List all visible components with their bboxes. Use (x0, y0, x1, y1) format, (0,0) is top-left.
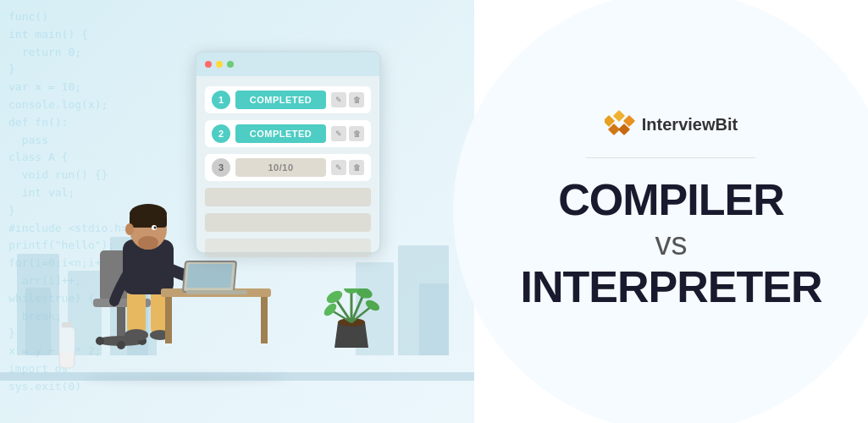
svg-rect-25 (186, 264, 232, 288)
svg-point-18 (125, 223, 134, 235)
empty-row-3 (205, 239, 371, 257)
brand-name-text: InterviewBit (642, 115, 738, 135)
svg-point-17 (154, 227, 157, 229)
empty-row-1 (205, 188, 371, 206)
empty-row-2 (205, 213, 371, 232)
svg-point-9 (124, 329, 148, 341)
svg-point-4 (96, 337, 104, 345)
svg-rect-21 (165, 297, 172, 343)
brand-logo: InterviewBit (605, 110, 738, 140)
title-interpreter: INTERPRETER (521, 262, 822, 313)
task-row-1: 1 COMPLETED ✎ 🗑 (205, 86, 371, 113)
title-vs: vs (655, 226, 687, 261)
right-panel: InterviewBit COMPILER vs INTERPRETER (474, 0, 868, 423)
title-compiler: COMPILER (521, 175, 822, 226)
svg-rect-26 (186, 290, 247, 294)
svg-rect-43 (613, 110, 625, 122)
svg-rect-7 (127, 288, 146, 335)
task-icons-2: ✎ 🗑 (331, 126, 364, 141)
window-body: 1 COMPLETED ✎ 🗑 2 COMPLETED ✎ 🗑 (196, 76, 379, 267)
window-titlebar (196, 52, 379, 76)
main-container: func() int main() { return 0; } var x = … (0, 0, 868, 423)
logo-diamond-icon (605, 110, 635, 140)
delete-icon-2[interactable]: 🗑 (349, 126, 364, 141)
close-dot (205, 61, 212, 68)
right-content: InterviewBit COMPILER vs INTERPRETER (504, 93, 839, 330)
task-number-3: 3 (212, 158, 230, 177)
svg-point-34 (324, 288, 344, 305)
edit-icon-1[interactable]: ✎ (331, 92, 346, 107)
svg-point-6 (117, 341, 125, 349)
brand-divider (586, 157, 755, 158)
task-status-1: COMPLETED (235, 91, 326, 109)
task-number-1: 1 (212, 91, 230, 109)
edit-icon-2[interactable]: ✎ (331, 126, 346, 141)
plant-decoration (318, 288, 385, 376)
minimize-dot (216, 61, 223, 68)
left-panel: func() int main() { return 0; } var x = … (0, 0, 474, 423)
svg-point-37 (322, 301, 339, 318)
main-title: COMPILER vs INTERPRETER (521, 175, 822, 313)
task-status-3: 10/10 (235, 158, 326, 177)
task-status-2: COMPLETED (235, 124, 326, 143)
task-row-2: 2 COMPLETED ✎ 🗑 (205, 120, 371, 147)
svg-rect-39 (62, 322, 72, 327)
task-icons-3: ✎ 🗑 (331, 160, 364, 175)
maximize-dot (227, 61, 234, 68)
svg-point-15 (138, 236, 158, 250)
task-icons-1: ✎ 🗑 (331, 92, 364, 107)
edit-icon-3[interactable]: ✎ (331, 160, 346, 175)
svg-rect-22 (261, 297, 268, 343)
delete-icon-3[interactable]: 🗑 (349, 160, 364, 175)
water-bottle (55, 322, 79, 376)
svg-rect-14 (130, 214, 167, 228)
task-window: 1 COMPLETED ✎ 🗑 2 COMPLETED ✎ 🗑 (195, 51, 381, 254)
svg-rect-41 (59, 327, 75, 353)
delete-icon-1[interactable]: 🗑 (349, 92, 364, 107)
task-number-2: 2 (212, 124, 230, 143)
task-row-3: 3 10/10 ✎ 🗑 (205, 154, 371, 181)
